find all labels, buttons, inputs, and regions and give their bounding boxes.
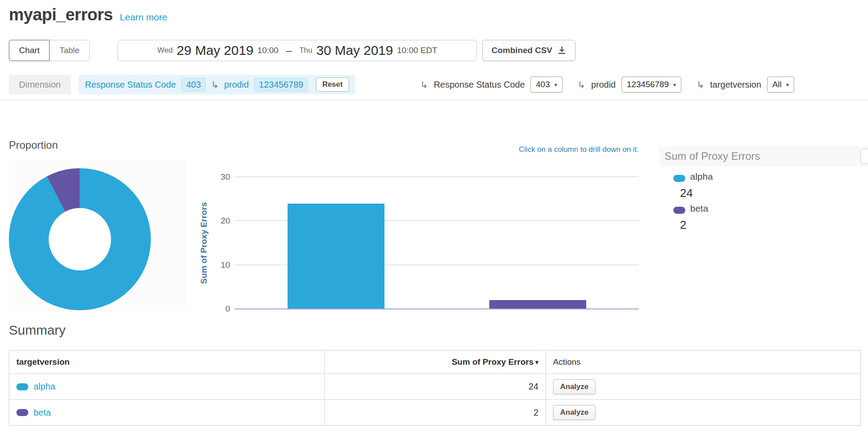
legend-scroll-button[interactable] — [860, 149, 868, 164]
download-icon — [557, 46, 566, 55]
y-tick-label: 20 — [221, 216, 230, 226]
start-date: 29 May 2019 — [177, 43, 253, 58]
breadcrumb-dimension-name[interactable]: Response Status Code — [85, 80, 176, 90]
x-axis-line — [235, 309, 639, 309]
start-time: 10:00 — [257, 46, 279, 55]
page-title: myapi_errors — [9, 5, 113, 24]
chevron-down-icon: ▾ — [786, 81, 789, 88]
reset-button[interactable]: Reset — [316, 77, 349, 92]
tab-chart[interactable]: Chart — [9, 40, 50, 61]
legend-value-alpha: 24 — [680, 186, 693, 200]
chevron-down-icon: ▾ — [673, 81, 676, 88]
table-row-alpha-actions: Analyze — [546, 374, 860, 400]
table-row-beta-actions: Analyze — [546, 400, 860, 425]
start-day: Wed — [157, 46, 173, 55]
drilldown-hint: Click on a column to drill down on it. — [235, 145, 639, 154]
end-day: Thu — [300, 46, 312, 55]
breadcrumb-dimension-value[interactable]: 403 — [181, 78, 206, 92]
series-swatch-beta — [16, 409, 28, 416]
sort-desc-icon: ▾ — [535, 359, 538, 366]
drilldown-breadcrumb: Response Status Code 403 ↳ prodid 123456… — [79, 75, 355, 94]
legend-header: Sum of Proxy Errors — [659, 146, 868, 166]
table-row-beta-name: beta — [9, 400, 325, 425]
legend-title: Sum of Proxy Errors — [664, 150, 760, 162]
divider — [0, 100, 868, 100]
proportion-label: Proportion — [9, 139, 58, 151]
bar-beta[interactable] — [489, 300, 586, 309]
analyze-button-alpha[interactable]: Analyze — [553, 379, 595, 394]
dimension-label: Dimension — [9, 75, 71, 94]
breadcrumb-dimension-value[interactable]: 123456789 — [254, 78, 308, 92]
breadcrumb-dimension-name[interactable]: prodid — [224, 80, 249, 90]
combined-csv-label: Combined CSV — [492, 46, 552, 55]
table-row-beta-value: 2 — [325, 400, 546, 425]
date-range-picker[interactable]: Wed 29 May 2019 10:00 – Thu 30 May 2019 … — [118, 40, 477, 61]
legend-label-alpha: alpha — [690, 171, 713, 182]
bar-plot — [235, 177, 639, 309]
analyze-button-beta[interactable]: Analyze — [553, 405, 595, 420]
legend-label-beta: beta — [690, 203, 708, 214]
view-toggle: Chart Table — [9, 40, 90, 61]
y-tick-label: 10 — [221, 260, 230, 270]
y-tick-label: 0 — [225, 304, 230, 314]
legend-swatch-alpha — [673, 175, 685, 182]
filter-select-response-status-code[interactable]: 403 ▾ — [530, 77, 562, 93]
column-header-label: Sum of Proxy Errors — [452, 357, 534, 367]
y-tick-label: 30 — [221, 172, 230, 182]
row-link-alpha[interactable]: alpha — [34, 382, 55, 392]
column-header-actions: Actions — [546, 351, 860, 374]
summary-table: targetversion Sum of Proxy Errors ▾ Acti… — [9, 350, 861, 426]
filter-controls: ↳ Response Status Code 403 ▾ ↳ prodid 12… — [420, 75, 794, 94]
donut-chart[interactable] — [9, 168, 151, 310]
tab-table[interactable]: Table — [50, 40, 89, 61]
table-row-alpha-name: alpha — [9, 374, 325, 400]
date-range-separator: – — [286, 44, 292, 57]
learn-more-link[interactable]: Learn more — [120, 12, 167, 23]
filter-value: 123456789 — [627, 80, 669, 89]
series-swatch-alpha — [16, 383, 28, 390]
filter-select-prodid[interactable]: 123456789 ▾ — [622, 77, 682, 93]
filter-name-targetversion: targetversion — [710, 80, 761, 90]
column-header-targetversion[interactable]: targetversion — [9, 351, 325, 374]
chevron-down-icon: ▾ — [554, 81, 557, 88]
combined-csv-button[interactable]: Combined CSV — [482, 40, 576, 61]
filter-value: 403 — [536, 80, 550, 89]
filter-value: All — [772, 80, 782, 89]
level-down-icon: ↳ — [578, 80, 586, 89]
donut-hole — [49, 208, 111, 270]
level-down-icon: ↳ — [420, 80, 428, 89]
bar-alpha[interactable] — [288, 204, 384, 309]
end-date: 30 May 2019 — [316, 43, 393, 58]
bar-ytick-labels: 0102030 — [199, 177, 231, 309]
filter-name-response-status-code: Response Status Code — [434, 80, 525, 90]
row-link-beta[interactable]: beta — [34, 408, 51, 418]
legend-value-beta: 2 — [680, 218, 686, 232]
table-row-alpha-value: 24 — [325, 374, 546, 400]
filter-name-prodid: prodid — [591, 80, 616, 90]
gridline — [235, 177, 639, 177]
column-header-sum-of-proxy-errors[interactable]: Sum of Proxy Errors ▾ — [325, 351, 546, 374]
filter-select-targetversion[interactable]: All ▾ — [767, 77, 795, 93]
end-time: 10:00 EDT — [397, 46, 437, 55]
page-header: myapi_errors Learn more — [9, 5, 167, 24]
legend-swatch-beta — [673, 207, 685, 214]
level-down-icon: ↳ — [211, 80, 219, 89]
level-down-icon: ↳ — [696, 80, 704, 89]
summary-title: Summary — [9, 323, 65, 338]
